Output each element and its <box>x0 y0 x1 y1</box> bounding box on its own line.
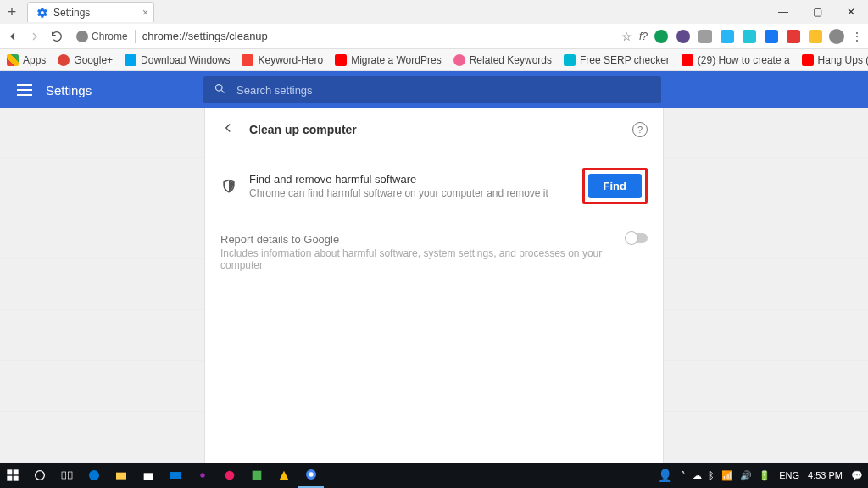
ext-grammarly-icon[interactable] <box>654 30 668 43</box>
omnibox-url[interactable]: chrome://settings/cleanup <box>142 30 268 42</box>
file-explorer-icon[interactable] <box>108 463 134 488</box>
new-tab-button[interactable]: + <box>3 3 20 20</box>
bookmark-free-serp[interactable]: Free SERP checker <box>564 54 670 66</box>
report-toggle[interactable] <box>626 233 648 243</box>
nav-forward-button[interactable] <box>27 29 42 44</box>
ext-grey-icon[interactable] <box>698 30 712 43</box>
svg-rect-10 <box>116 473 126 480</box>
bookmark-icon <box>564 54 576 66</box>
bookmarks-bar: Apps Google+ Download Windows Keyword-He… <box>0 49 868 71</box>
onedrive-icon[interactable]: ☁ <box>693 470 702 481</box>
svg-point-0 <box>216 85 223 92</box>
svg-rect-7 <box>62 472 66 479</box>
ext-camera-icon[interactable] <box>743 30 756 43</box>
store-icon[interactable] <box>136 463 161 488</box>
nav-reload-button[interactable] <box>49 29 64 44</box>
bookmark-star-icon[interactable]: ☆ <box>621 30 632 43</box>
adwords-icon[interactable] <box>271 463 297 488</box>
bluetooth-icon[interactable]: ᛒ <box>709 470 715 480</box>
bookmark-youtube-howto[interactable]: (29) How to create a <box>682 54 790 66</box>
bookmark-migrate-wp[interactable]: Migrate a WordPres <box>335 54 441 66</box>
report-row: Report details to Google Includes inform… <box>205 221 663 283</box>
menu-icon[interactable] <box>17 84 32 96</box>
settings-taskbar-icon[interactable] <box>190 463 215 488</box>
ext-purple-icon[interactable] <box>676 30 690 43</box>
bookmark-icon <box>802 54 814 66</box>
mail-icon[interactable] <box>163 463 188 488</box>
settings-search-input[interactable] <box>236 84 651 97</box>
site-info-chip[interactable]: Chrome <box>76 30 128 42</box>
settings-page: Settings Clean up computer ? <box>0 71 868 463</box>
bookmark-related-keywords[interactable]: Related Keywords <box>453 54 552 66</box>
bookmark-label: Download Windows <box>141 54 230 66</box>
bookmark-download-windows[interactable]: Download Windows <box>125 54 230 66</box>
shield-icon <box>220 178 237 195</box>
omnibox-separator <box>135 30 136 43</box>
bookmark-googleplus[interactable]: Google+ <box>58 54 113 66</box>
tray-up-icon[interactable]: ˄ <box>681 470 686 481</box>
find-row-title: Find and remove harmful software <box>249 173 582 186</box>
people-icon[interactable]: 👤 <box>658 469 672 482</box>
settings-search[interactable] <box>203 76 661 103</box>
chrome-icon <box>76 30 88 42</box>
browser-tab-settings[interactable]: Settings × <box>27 2 154 22</box>
bookmark-label: Migrate a WordPres <box>351 54 441 66</box>
window-maximize-button[interactable]: ▢ <box>800 0 834 24</box>
svg-point-14 <box>225 471 235 480</box>
extensions-row <box>654 30 822 43</box>
svg-rect-15 <box>253 471 262 480</box>
svg-rect-4 <box>7 476 12 481</box>
close-tab-icon[interactable]: × <box>142 7 148 19</box>
bookmark-icon <box>242 54 253 66</box>
svg-point-17 <box>309 472 313 476</box>
browser-toolbar: Chrome chrome://settings/cleanup ☆ f? ⋮ <box>0 24 868 49</box>
settings-panel: Clean up computer ? Find and remove harm… <box>205 108 663 463</box>
find-button[interactable]: Find <box>588 174 642 198</box>
paint-icon[interactable] <box>244 463 270 488</box>
snip-icon[interactable] <box>217 463 242 488</box>
settings-header: Settings <box>0 71 868 108</box>
ext-facebook-icon[interactable] <box>765 30 778 43</box>
nav-back-button[interactable] <box>5 29 20 44</box>
chrome-taskbar-icon[interactable] <box>298 463 324 488</box>
language-indicator[interactable]: ENG <box>779 470 799 480</box>
task-view-icon[interactable] <box>54 463 80 488</box>
edge-icon[interactable] <box>81 463 107 488</box>
bookmark-label: Related Keywords <box>470 54 552 66</box>
system-tray[interactable]: ˄ ☁ ᛒ 📶 🔊 🔋 <box>681 470 771 481</box>
profile-avatar[interactable] <box>829 29 844 44</box>
omnibox[interactable]: Chrome chrome://settings/cleanup <box>76 27 268 46</box>
window-minimize-button[interactable]: — <box>766 0 800 24</box>
help-icon[interactable]: ? <box>632 122 648 137</box>
bookmark-label: (29) How to create a <box>698 54 790 66</box>
bookmark-icon <box>125 54 136 66</box>
bookmark-label: Free SERP checker <box>580 54 670 66</box>
apps-grid-icon <box>7 54 19 66</box>
font-query-label[interactable]: f? <box>639 30 648 42</box>
svg-point-6 <box>36 471 45 480</box>
ext-yellow-icon[interactable] <box>809 30 822 43</box>
browser-menu-icon[interactable]: ⋮ <box>851 30 863 43</box>
page-title: Clean up computer <box>249 123 357 136</box>
ext-red-f-icon[interactable] <box>787 30 800 43</box>
window-close-button[interactable]: ✕ <box>834 0 868 24</box>
clock[interactable]: 4:53 PM <box>808 470 843 480</box>
svg-line-1 <box>221 90 224 92</box>
wifi-icon[interactable]: 📶 <box>721 470 733 481</box>
cortana-icon[interactable] <box>27 463 53 488</box>
search-icon <box>214 82 226 97</box>
start-button[interactable] <box>0 463 25 488</box>
find-harmful-row: Find and remove harmful software Chrome … <box>205 151 663 221</box>
volume-icon[interactable]: 🔊 <box>740 470 752 481</box>
svg-rect-11 <box>144 473 153 480</box>
bookmark-hangups[interactable]: Hang Ups (Want You <box>802 54 868 66</box>
back-arrow-icon[interactable] <box>220 120 236 139</box>
action-center-icon[interactable]: 💬 <box>851 470 863 481</box>
apps-shortcut[interactable]: Apps <box>7 54 46 66</box>
windows-taskbar: 👤 ˄ ☁ ᛒ 📶 🔊 🔋 ENG 4:53 PM 💬 <box>0 463 868 488</box>
battery-icon[interactable]: 🔋 <box>759 470 771 481</box>
ext-blue-icon[interactable] <box>721 30 734 43</box>
svg-point-13 <box>200 473 204 477</box>
bookmark-keyword-hero[interactable]: Keyword-Hero <box>242 54 323 66</box>
panel-header: Clean up computer ? <box>205 108 663 151</box>
